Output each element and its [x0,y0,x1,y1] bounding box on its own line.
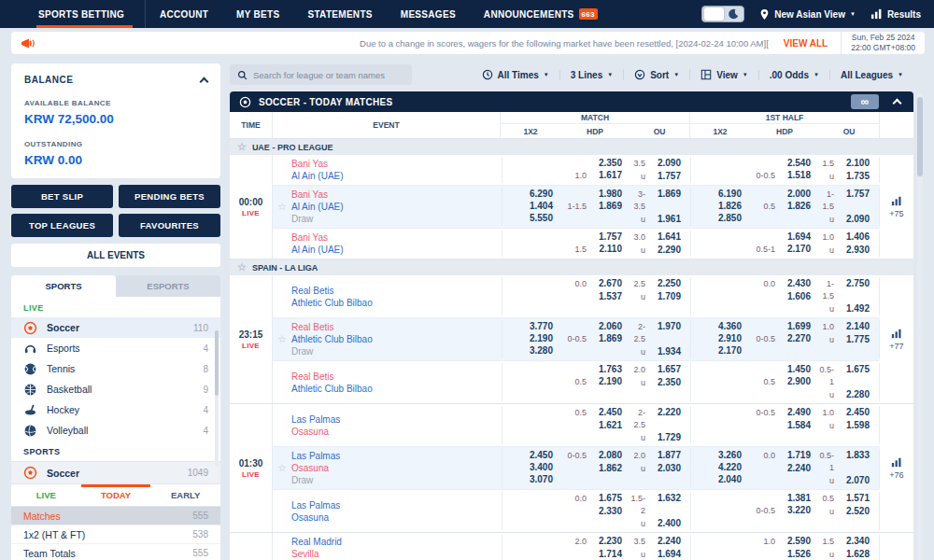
odds-price[interactable]: 1.5-21.632 [631,492,681,517]
odds-price[interactable]: 3.52.240 [631,535,681,548]
sidebar-item-matches[interactable]: Matches555 [11,507,220,525]
odds-price[interactable]: u2.030 [631,462,681,475]
odds-price[interactable]: 6.290 [502,188,553,200]
odds-price[interactable]: 0-0.52.270 [751,332,811,345]
odds-price[interactable]: 0.02.670 [562,277,622,290]
odds-price[interactable]: u2.070 [820,474,870,487]
odds-price[interactable]: 2.060 [562,320,622,332]
odds-price[interactable]: 6.190 [691,188,742,200]
odds-price[interactable]: 3.770 [502,320,553,332]
odds-price[interactable]: 2.040 [691,473,742,485]
odds-price[interactable]: 1.52.100 [820,157,870,170]
filter-00-odds[interactable]: .00 Odds▼ [758,70,829,80]
odds-price[interactable]: 0-0.51.869 [562,332,622,345]
sidebar-item-esports[interactable]: Esports4 [11,338,220,358]
filter-3-lines[interactable]: 3 Lines▼ [559,70,623,80]
odds-price[interactable]: 1-1.51.869 [562,200,622,213]
filter-view[interactable]: View▼ [689,69,758,80]
odds-price[interactable]: u1.694 [631,548,681,560]
match-stats-button[interactable]: +75 [880,155,913,259]
odds-price[interactable]: u1.775 [820,333,870,346]
balance-collapse-chevron[interactable] [200,77,209,86]
odds-price[interactable]: 2.850 [691,212,742,224]
tab-early[interactable]: EARLY [150,484,220,506]
favourite-star-icon[interactable]: ☆ [273,188,291,226]
nav-item-sports-betting[interactable]: SPORTS BETTING [24,0,146,28]
odds-price[interactable]: 1.450 [751,363,811,375]
table-scrollbar[interactable] [917,97,923,176]
tab-today[interactable]: TODAY [81,484,151,506]
filter-all-times[interactable]: All Times▼ [472,69,559,80]
sidebar-item-team-totals[interactable]: Team Totals555 [11,544,220,560]
odds-price[interactable]: 1.02.450 [820,406,870,419]
nav-item-messages[interactable]: MESSAGES [387,0,470,28]
top-leagues-button[interactable]: TOP LEAGUES [11,214,113,237]
odds-price[interactable]: 1.01.406 [820,231,870,244]
odds-price[interactable]: 4.220 [691,461,742,473]
pending-bets-button[interactable]: PENDING BETS [119,185,220,208]
favourites-button[interactable]: FAVOURITES [119,214,220,237]
odds-price[interactable]: 2.170 [691,344,742,357]
odds-price[interactable]: 1.763 [562,363,622,375]
odds-price[interactable]: 2.240 [751,462,811,474]
sidebar-item-volleyball[interactable]: Volleyball4 [11,420,220,441]
odds-price[interactable]: u1.961 [631,213,681,226]
sidebar-item-soccer-today[interactable]: Soccer 1049 [11,461,220,484]
odds-price[interactable]: 1-1.52.750 [820,277,870,302]
tab-esports[interactable]: ESPORTS [116,275,220,297]
odds-price[interactable]: 2-2.51.970 [631,320,681,345]
match-stats-button[interactable]: +79 [880,533,913,560]
sidebar-scrollbar[interactable] [215,330,219,396]
nav-item-announcements[interactable]: ANNOUNCEMENTS663 [470,0,612,28]
favourite-star-icon[interactable]: ☆ [273,449,291,487]
odds-price[interactable]: 0-0.53.220 [751,504,811,517]
all-events-button[interactable]: ALL EVENTS [11,244,220,267]
odds-price[interactable]: 0.01.719 [751,449,811,462]
odds-price[interactable]: u2.930 [820,244,870,257]
odds-price[interactable]: 2.540 [751,157,811,169]
odds-price[interactable]: 0-0.52.490 [751,406,811,419]
odds-price[interactable]: 2.910 [691,332,742,344]
odds-price[interactable]: u1.628 [820,548,870,560]
odds-price[interactable]: 1.826 [691,200,742,212]
odds-price[interactable]: 2.330 [562,505,622,517]
match-stats-button[interactable]: +76 [880,404,913,532]
odds-price[interactable]: 3-3.51.869 [631,188,681,213]
odds-price[interactable]: 1.381 [751,492,811,504]
favourite-star-icon[interactable]: ☆ [237,142,247,152]
nav-item-statements[interactable]: STATEMENTS [293,0,386,28]
favourite-star-icon[interactable]: ☆ [273,320,291,358]
results-button[interactable]: Results [870,8,921,20]
odds-price[interactable]: 2.02.230 [562,535,622,548]
tab-sports[interactable]: SPORTS [11,275,116,297]
odds-price[interactable]: 1.714 [562,548,622,560]
odds-price[interactable]: 2.450 [502,449,553,461]
odds-price[interactable]: 1.699 [751,320,811,332]
odds-price[interactable]: 3.01.641 [631,231,681,244]
odds-price[interactable]: 1.621 [562,419,622,431]
sidebar-item-basketball[interactable]: Basketball9 [11,379,220,399]
odds-price[interactable]: 0.51.826 [751,200,811,213]
odds-price[interactable]: 1.404 [502,200,553,212]
odds-price[interactable]: u2.400 [631,517,681,530]
collapse-chevron[interactable] [893,99,902,108]
odds-price[interactable]: 0.5-12.170 [751,243,811,256]
odds-price[interactable]: 3.400 [502,461,553,473]
view-selector[interactable]: New Asian View ▼ [759,8,856,21]
odds-price[interactable]: 1.757 [562,231,622,243]
odds-price[interactable]: u1.757 [631,170,681,183]
odds-price[interactable]: u1.492 [820,302,870,315]
odds-price[interactable]: 0.5-11.833 [820,449,870,474]
odds-price[interactable]: 0.52.450 [562,406,622,419]
odds-price[interactable]: u2.350 [631,376,681,389]
odds-price[interactable]: u2.520 [820,505,870,518]
odds-price[interactable]: 1-1.51.757 [820,188,870,213]
odds-price[interactable]: 2-2.52.220 [631,406,681,431]
odds-price[interactable]: 0-0.52.080 [562,449,622,462]
sidebar-item-soccer[interactable]: Soccer110 [11,317,220,338]
favourite-star-icon[interactable]: ☆ [237,262,247,273]
odds-price[interactable]: u2.290 [631,244,681,257]
odds-price[interactable]: 0.01.675 [562,492,622,505]
odds-price[interactable]: 0.52.900 [751,375,811,388]
odds-price[interactable]: 0.02.430 [751,277,811,290]
